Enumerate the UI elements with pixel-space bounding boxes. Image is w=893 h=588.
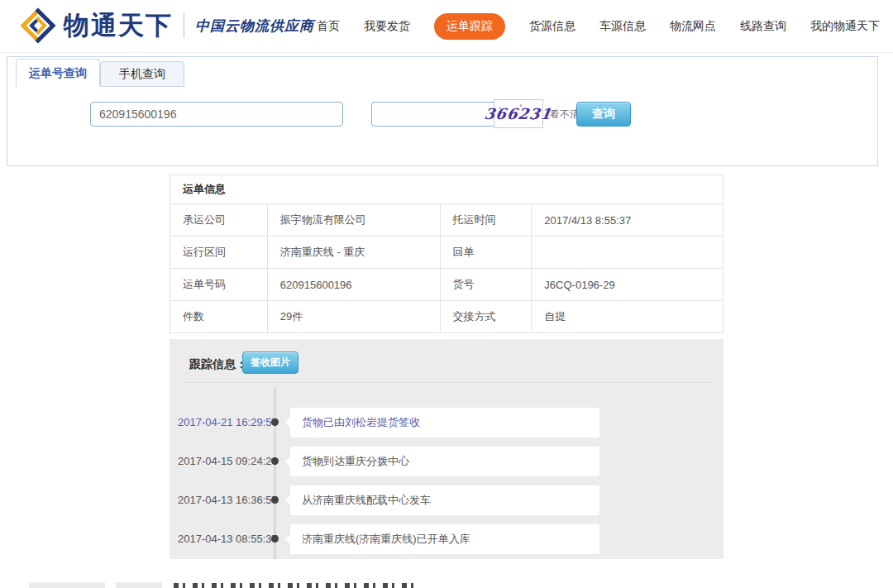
main-nav: 首页 我要发货 运单跟踪 货源信息 车源信息 物流网点 线路查询 我的物通天下 [317,0,880,52]
brand-separator [184,13,184,38]
tab-phone-query[interactable]: 手机查询 [100,61,184,87]
waybill-table-title-row: 运单信息 [170,175,723,204]
nav-item-ship[interactable]: 我要发货 [364,19,410,34]
cell-label: 运行区间 [170,237,268,269]
timeline-event: 2017-04-15 09:24:20 货物到达重庆分拨中心 [170,447,723,476]
event-time: 2017-04-13 16:36:57 [178,494,275,506]
footer-faded-block [116,582,162,588]
cell-label: 托运时间 [440,204,532,237]
waybill-number-input[interactable] [90,102,343,127]
cell-label: 交接方式 [440,301,532,333]
footer-faded-block [29,582,105,588]
tracking-title: 跟踪信息： [189,357,247,372]
cell-value: 济南重庆线 - 重庆 [267,237,440,269]
table-row: 承运公司 振宇物流有限公司 托运时间 2017/4/13 8:55:37 [170,204,723,237]
cell-value: 振宇物流有限公司 [267,204,440,237]
nav-item-cargo-info[interactable]: 货源信息 [529,19,575,34]
captcha-image[interactable]: 366231 [494,99,543,128]
event-time: 2017-04-13 08:55:37 [178,533,275,545]
event-text: 从济南重庆线配载中心发车 [290,485,599,515]
cell-label: 货号 [440,269,532,301]
cell-value: J6CQ-0196-29 [532,269,723,301]
nav-item-waybill-tracking[interactable]: 运单跟踪 [434,13,505,40]
brand-diamond-icon [20,7,56,44]
nav-item-home[interactable]: 首页 [317,19,340,34]
timeline-event: 2017-04-21 16:29:57 货物已由刘松岩提货签收 [170,408,723,437]
cell-label: 运单号码 [170,269,268,301]
query-panel: 运单号查询 手机查询 366231 看不清 查询 [7,56,878,166]
header: 物通天下 中国云物流供应商 首页 我要发货 运单跟踪 货源信息 车源信息 物流网… [0,0,893,53]
search-button[interactable]: 查询 [576,102,631,127]
event-text[interactable]: 货物已由刘松岩提货签收 [290,408,599,437]
tab-waybill-number-query[interactable]: 运单号查询 [16,59,100,87]
tracking-divider [186,382,710,383]
cell-value: 自提 [532,301,723,333]
waybill-table-title: 运单信息 [170,175,723,204]
nav-item-logistics-outlets[interactable]: 物流网点 [670,19,716,34]
timeline-event: 2017-04-13 08:55:37 济南重庆线(济南重庆线)已开单入库 [170,524,723,554]
cell-label: 承运公司 [170,204,268,237]
event-text: 货物到达重庆分拨中心 [290,447,599,476]
logo[interactable]: 物通天下 中国云物流供应商 [20,7,314,44]
table-row: 件数 29件 交接方式 自提 [170,301,723,333]
timeline-event: 2017-04-13 16:36:57 从济南重庆线配载中心发车 [170,485,723,515]
timeline-dot-icon [271,457,279,465]
table-row: 运单号码 620915600196 货号 J6CQ-0196-29 [170,269,723,301]
cell-label: 回单 [440,237,532,269]
footer-truncated-text [0,575,893,588]
footer-clipped-glyphs [174,583,415,588]
cell-value: 29件 [267,301,440,333]
nav-item-vehicle-info[interactable]: 车源信息 [599,19,646,34]
timeline-dot-icon [271,535,279,543]
captcha-code: 366231 [484,105,553,122]
event-time: 2017-04-21 16:29:57 [178,416,275,428]
event-time: 2017-04-15 09:24:20 [178,455,275,467]
cell-value: 2017/4/13 8:55:37 [532,204,723,237]
nav-item-route-query[interactable]: 线路查询 [740,19,786,34]
cell-label: 件数 [170,301,268,333]
brand-name: 物通天下 [64,8,173,43]
refresh-captcha-link[interactable]: 看不清 [550,108,580,122]
waybill-info-table: 运单信息 承运公司 振宇物流有限公司 托运时间 2017/4/13 8:55:3… [170,174,723,333]
cell-value: 620915600196 [267,269,440,301]
cell-value [532,237,723,269]
tracking-panel: 跟踪信息： 签收图片 2017-04-21 16:29:57 货物已由刘松岩提货… [170,339,723,559]
table-row: 运行区间 济南重庆线 - 重庆 回单 [170,237,723,269]
timeline-dot-icon [271,418,279,426]
nav-item-my-account[interactable]: 我的物通天下 [810,19,880,34]
receipt-image-button[interactable]: 签收图片 [242,351,298,374]
timeline-dot-icon [271,496,279,504]
event-text: 济南重庆线(济南重庆线)已开单入库 [290,524,599,554]
brand-tagline: 中国云物流供应商 [195,17,314,36]
